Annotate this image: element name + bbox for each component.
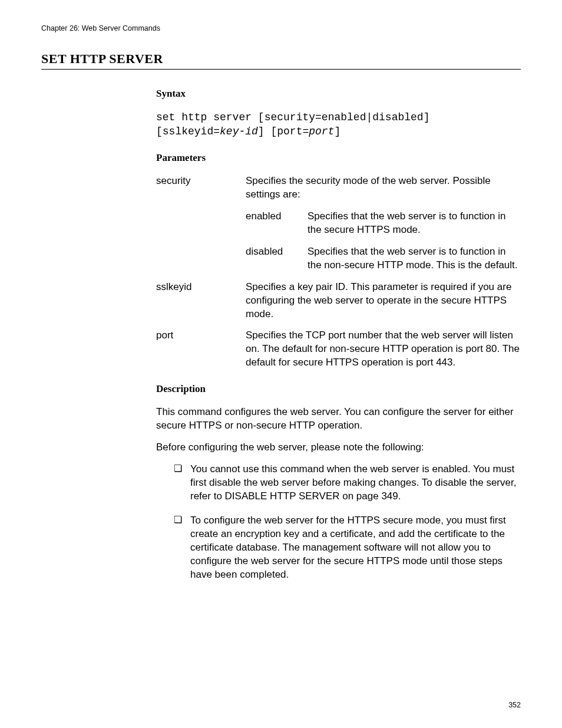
param-body: Specifies the TCP port number that the w… [246,329,521,370]
param-body: Specifies a key pair ID. This parameter … [246,281,521,321]
param-port: port Specifies the TCP port number that … [156,329,521,370]
bullet-list: ❏ You cannot use this command when the w… [156,463,521,582]
content-body: Syntax set http server [security=enabled… [156,87,521,582]
param-sslkeyid: sslkeyid Specifies a key pair ID. This p… [156,281,521,321]
param-security: security Specifies the security mode of … [156,174,521,272]
param-option-enabled: enabled Specifies that the web server is… [246,210,521,237]
option-text: Specifies that the web server is to func… [308,245,521,272]
description-heading: Description [156,383,521,396]
bullet-icon: ❏ [174,463,190,503]
parameters-heading: Parameters [156,151,521,165]
command-title: SET HTTP SERVER [41,50,521,70]
param-option-disabled: disabled Specifies that the web server i… [246,245,521,272]
param-name: port [156,329,246,342]
description-paragraph: This command configures the web server. … [156,406,521,433]
syntax-code: set http server [security=enabled|disabl… [156,110,521,139]
syntax-heading: Syntax [156,87,521,101]
param-body: Specifies the security mode of the web s… [246,174,521,272]
bullet-text: To configure the web server for the HTTP… [190,514,521,582]
list-item: ❏ To configure the web server for the HT… [174,514,521,582]
param-name: security [156,174,246,188]
chapter-heading: Chapter 26: Web Server Commands [41,24,521,34]
param-name: sslkeyid [156,281,246,294]
option-text: Specifies that the web server is to func… [308,210,521,237]
syntax-italic: key-id [220,126,258,137]
description-paragraph: Before configuring the web server, pleas… [156,441,521,454]
param-intro: Specifies the security mode of the web s… [246,174,521,202]
page-number: 352 [508,700,521,710]
list-item: ❏ You cannot use this command when the w… [174,463,521,503]
syntax-fragment: ] [port= [258,126,309,137]
syntax-italic: port [309,126,334,137]
option-label: disabled [246,245,308,259]
bullet-text: You cannot use this command when the web… [190,463,521,503]
option-label: enabled [246,210,308,223]
bullet-icon: ❏ [174,514,190,582]
syntax-fragment: ] [334,126,340,137]
